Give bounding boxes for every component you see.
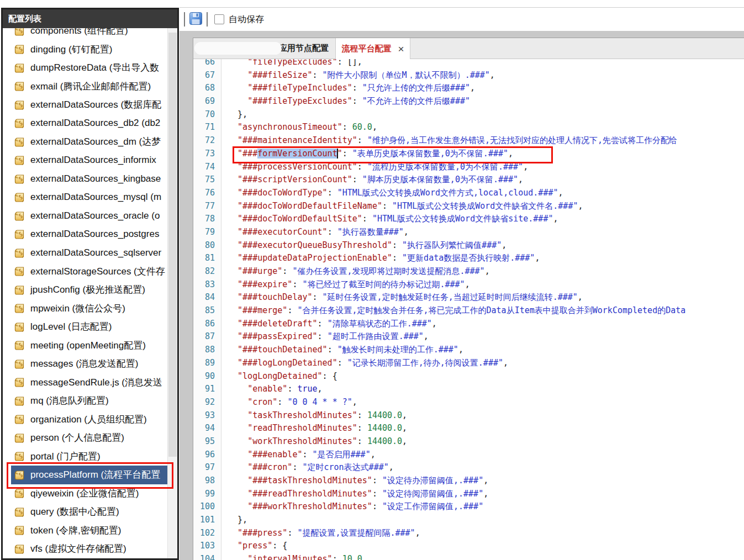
code-line[interactable]: 104 "intervalMinutes": 10.0 (193, 553, 744, 560)
code-line[interactable]: 87 "###passExpired": "超时工作路由设置.###", (193, 330, 744, 344)
code-line[interactable]: 96 "###enable": "是否启用###", (193, 448, 744, 462)
code-text: "taskThresholdMinutes": 14400.0, (221, 409, 407, 422)
sidebar-item-label: messageSendRule.js (消息发送 (30, 376, 162, 389)
autosave-checkbox[interactable] (214, 14, 224, 24)
sidebar-item-meeting[interactable]: meeting (openMeeting配置) (3, 336, 168, 355)
code-line[interactable]: 68 "###fileTypeIncludes": "只允许上传的文件后缀###… (193, 82, 744, 95)
code-line[interactable]: 73 "###formVersionCount": "表单历史版本保留数量,0为… (193, 147, 744, 161)
code-line[interactable]: 103 "press": { (193, 540, 744, 553)
close-icon[interactable]: × (398, 45, 404, 53)
sidebar-scrollbar-thumb[interactable] (168, 33, 177, 457)
code-line[interactable]: 77 "###docToWordDefaultFileName": "HTML版… (193, 200, 744, 213)
sidebar-item-person[interactable]: person (个人信息配置) (3, 429, 168, 447)
save-button[interactable] (188, 12, 203, 27)
code-line[interactable]: 72 "###maintenanceIdentity": "维护身份,当工作发生… (193, 134, 744, 147)
tab-process-platform-config[interactable]: 流程平台配置 × (336, 38, 410, 59)
code-line[interactable]: 101 }, (193, 514, 744, 527)
sidebar-item-messageSendRule.js[interactable]: messageSendRule.js (消息发送 (3, 373, 168, 392)
code-line[interactable]: 94 "readThresholdMinutes": 14400.0, (193, 422, 744, 435)
config-file-icon (14, 432, 25, 443)
sidebar-item-externalDataSources_informix[interactable]: externalDataSources_informix (3, 151, 168, 170)
config-file-icon (14, 340, 25, 351)
sidebar-item-jpushConfig[interactable]: jpushConfig (极光推送配置) (3, 281, 168, 299)
line-number: 71 (193, 121, 221, 134)
code-text: }, (221, 514, 247, 527)
config-file-icon (14, 506, 25, 517)
code-text: "###scriptVersionCount": "脚本历史版本保留数量,0为不… (221, 173, 523, 187)
code-line[interactable]: 97 "###cron": "定时cron表达式###", (193, 461, 744, 474)
code-line[interactable]: 71 "asynchronousTimeout": 60.0, (193, 121, 744, 134)
code-line[interactable]: 86 "###deleteDraft": "清除草稿状态的工作.###", (193, 318, 744, 331)
code-text: "###fileTypeIncludes": "只允许上传的文件后缀###", (221, 82, 475, 95)
sidebar-item-dumpRestoreData[interactable]: dumpRestoreData (导出导入数 (3, 59, 168, 77)
code-line[interactable]: 92 "cron": "0 0 4 * * ?", (193, 396, 744, 409)
sidebar-item-externalDataSources_sqlserver[interactable]: externalDataSources_sqlserver (3, 244, 168, 262)
sidebar-item-components[interactable]: components (组件配置) (3, 28, 168, 40)
json-code-editor[interactable]: 66 "fileTypeExcludes": [],67 "###fileSiz… (193, 59, 744, 560)
code-line[interactable]: 75 "###scriptVersionCount": "脚本历史版本保留数量,… (193, 173, 744, 187)
config-file-icon (14, 451, 25, 462)
sidebar-item-mpweixin[interactable]: mpweixin (微信公众号) (3, 299, 168, 318)
code-line[interactable]: 88 "###touchDetained": "触发长时间未处理的工作.###"… (193, 344, 744, 357)
sidebar-item-dingding[interactable]: dingding (钉钉配置) (3, 40, 168, 59)
code-line[interactable]: 80 "###executorQueueBusyThreshold": "执行器… (193, 239, 744, 252)
config-file-icon (14, 395, 25, 406)
sidebar-item-organization[interactable]: organization (人员组织配置) (3, 410, 168, 429)
sidebar-item-externalStorageSources[interactable]: externalStorageSources (文件存 (3, 262, 168, 281)
code-line[interactable]: 84 "###touchDelay": "延时任务设置,定时触发延时任务,当超过… (193, 291, 744, 304)
code-line[interactable]: 78 "###docToWordDefaultSite": "HTML版式公文转… (193, 213, 744, 226)
code-line[interactable]: 82 "###urge": "催办任务设置,发现即将过期时发送提醒消息.###"… (193, 265, 744, 278)
sidebar-item-externalDataSources_dm[interactable]: externalDataSources_dm (达梦 (3, 133, 168, 151)
config-file-icon (14, 284, 25, 295)
line-number: 78 (193, 213, 221, 226)
code-line[interactable]: 102 "###press": "提醒设置,设置提醒间隔.###", (193, 527, 744, 540)
code-line[interactable]: 95 "workThresholdMinutes": 14400.0, (193, 435, 744, 448)
sidebar-item-externalDataSources_mysql[interactable]: externalDataSources_mysql (m (3, 188, 168, 207)
sidebar-item-label: jpushConfig (极光推送配置) (30, 283, 145, 296)
code-text: "###press": "提醒设置,设置提醒间隔.###", (221, 527, 420, 540)
code-line[interactable]: 100 "###workThresholdMinutes": "设定工作滞留阈值… (193, 500, 744, 514)
code-line[interactable]: 76 "###docToWordType": "HTML版式公文转换成Word文… (193, 187, 744, 200)
sidebar-item-externalDataSources_db2[interactable]: externalDataSources_db2 (db2 (3, 114, 168, 133)
sidebar-item-messages[interactable]: messages (消息发送配置) (3, 355, 168, 373)
sidebar-item-externalDataSources_postgres[interactable]: externalDataSources_postgres (3, 225, 168, 244)
sidebar-item-vfs[interactable]: vfs (虚拟文件存储配置) (3, 540, 168, 558)
code-line[interactable]: 79 "###executorCount": "执行器数量###", (193, 226, 744, 239)
code-text: "###enable": "是否启用###", (221, 448, 376, 462)
code-line[interactable]: 98 "###taskThresholdMinutes": "设定待办滞留阈值,… (193, 474, 744, 488)
code-line[interactable]: 81 "###updateDataProjectionEnable": "更新d… (193, 252, 744, 265)
code-text: "###fileSize": "附件大小限制（单位M，默认不限制）.###", (221, 69, 495, 82)
code-line[interactable]: 70 }, (193, 108, 744, 121)
sidebar-item-query[interactable]: query (数据中心配置) (3, 503, 168, 521)
code-line[interactable]: 74 "###processVersionCount": "流程历史版本保留数量… (193, 161, 744, 174)
sidebar-item-mq[interactable]: mq (消息队列配置) (3, 392, 168, 410)
sidebar-item-label: components (组件配置) (30, 28, 128, 37)
line-number: 104 (193, 553, 221, 560)
sidebar-item-externalDataSources_oracle[interactable]: externalDataSources_oracle (o (3, 207, 168, 225)
code-line[interactable]: 90 "logLongDetained": { (193, 370, 744, 383)
code-line[interactable]: 91 "enable": true, (193, 383, 744, 396)
code-line[interactable]: 66 "fileTypeExcludes": [], (193, 59, 744, 69)
code-line[interactable]: 67 "###fileSize": "附件大小限制（单位M，默认不限制）.###… (193, 69, 744, 82)
floppy-disk-icon (189, 12, 203, 28)
config-file-icon (14, 81, 25, 92)
code-line[interactable]: 93 "taskThresholdMinutes": 14400.0, (193, 409, 744, 422)
sidebar-item-token[interactable]: token (令牌,密钥配置) (3, 521, 168, 540)
code-line[interactable]: 89 "###logLongDetained": "记录长期滞留工作,待办,待阅… (193, 357, 744, 370)
code-line[interactable]: 99 "###readThresholdMinutes": "设定待阅滞留阈值,… (193, 488, 744, 501)
sidebar-item-exmail[interactable]: exmail (腾讯企业邮邮件配置) (3, 77, 168, 96)
line-number: 85 (193, 304, 221, 318)
sidebar-item-label: mpweixin (微信公众号) (30, 302, 125, 315)
code-line[interactable]: 85 "###merge": "合并任务设置,定时触发合并任务,将已完成工作的D… (193, 304, 744, 318)
code-text: "###passExpired": "超时工作路由设置.###", (221, 330, 429, 344)
sidebar-item-label: mq (消息队列配置) (30, 394, 109, 407)
sidebar-item-externalDataSources[interactable]: externalDataSources (数据库配 (3, 96, 168, 114)
sidebar-item-logLevel[interactable]: logLevel (日志配置) (3, 318, 168, 336)
tab-app-node-config[interactable]: 应用节点配置 (193, 38, 336, 59)
sidebar-item-externalDataSources_kingbase[interactable]: externalDataSources_kingbase (3, 170, 168, 188)
code-line[interactable]: 69 "###fileTypeExcludes": "不允许上传的文件后缀###… (193, 95, 744, 108)
code-text: "logLongDetained": { (221, 370, 337, 383)
sidebar-item-label: organization (人员组织配置) (30, 413, 147, 426)
line-number: 94 (193, 422, 221, 435)
code-line[interactable]: 83 "###expire": "将已经过了截至时间的待办标记过期.###", (193, 278, 744, 292)
